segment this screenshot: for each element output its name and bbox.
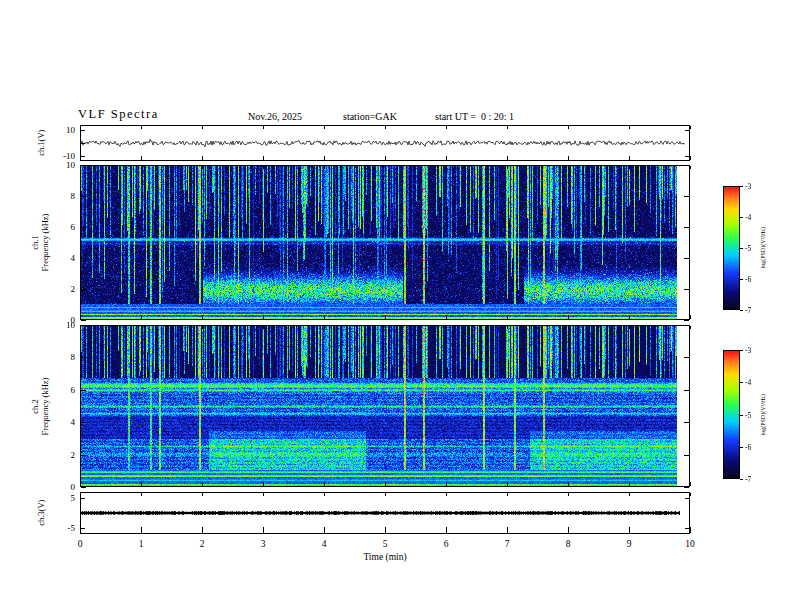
x-tick-mark <box>690 126 691 129</box>
x-tick-mark <box>568 482 569 486</box>
x-tick-mark <box>690 156 691 160</box>
x-tick-mark <box>385 482 386 486</box>
colorbar-tick-mark <box>740 217 743 218</box>
x-tick-mark <box>629 166 630 169</box>
spec1-ytick-label: 2 <box>55 284 75 294</box>
x-tick-mark <box>324 482 325 486</box>
x-tick-mark <box>690 315 691 319</box>
y-tick-mark <box>81 227 86 228</box>
page-title: VLF Spectra <box>78 107 159 122</box>
x-tick-mark <box>690 493 691 496</box>
x-tick-mark <box>80 326 81 329</box>
spec2-ytick-label: 10 <box>55 320 75 330</box>
colorbar-tick-label: -6 <box>745 443 761 452</box>
x-tick-mark <box>202 166 203 169</box>
colorbar-tick-mark <box>740 415 743 416</box>
x-tick-mark <box>629 126 630 129</box>
colorbar-tick-label: -7 <box>745 475 761 484</box>
x-tick-mark <box>80 156 81 160</box>
colorbar-tick-label: -5 <box>745 244 761 253</box>
y-tick-mark <box>81 498 85 499</box>
y-tick-mark <box>684 455 689 456</box>
x-tick-mark <box>507 315 508 319</box>
x-tick-mark <box>202 126 203 129</box>
ch3-wave-axis-label: ch.3(V) <box>34 492 50 534</box>
wave1-ytick-label: 10 <box>55 125 75 135</box>
y-tick-mark <box>684 422 689 423</box>
y-tick-mark <box>81 289 86 290</box>
spec2-frequency-label: Frequency (kHz) <box>40 377 50 435</box>
x-tick-label: 6 <box>435 539 457 550</box>
x-tick-mark <box>690 166 691 169</box>
x-tick-mark <box>629 156 630 160</box>
x-tick-mark <box>385 493 386 496</box>
x-tick-mark <box>141 326 142 329</box>
colorbar-tick-label: -7 <box>745 306 761 315</box>
x-tick-mark <box>446 326 447 329</box>
x-tick-mark <box>446 315 447 319</box>
vlf-spectra-figure: VLF Spectra Nov.26, 2025 station=GAK sta… <box>0 0 792 612</box>
y-tick-mark <box>81 325 86 326</box>
ch3-wave-axis-text: ch.3(V) <box>37 500 47 526</box>
x-tick-label: 0 <box>69 539 91 550</box>
x-tick-mark <box>690 482 691 486</box>
y-tick-mark <box>684 165 689 166</box>
y-tick-mark <box>684 258 689 259</box>
spec1-axis-label: ch.1Frequency (kHz) <box>26 165 56 320</box>
y-tick-mark <box>81 320 86 321</box>
spec1-ytick-label: 8 <box>55 191 75 201</box>
x-tick-mark <box>446 529 447 533</box>
colorbar-1-gradient <box>724 187 739 309</box>
spec1-ytick-label: 4 <box>55 253 75 263</box>
x-tick-mark <box>385 126 386 129</box>
colorbar-tick-label: -4 <box>745 378 761 387</box>
x-tick-mark <box>263 493 264 496</box>
x-tick-label: 3 <box>252 539 274 550</box>
x-tick-mark <box>80 482 81 486</box>
x-tick-mark <box>385 326 386 329</box>
x-tick-mark <box>324 156 325 160</box>
colorbar-tick-mark <box>740 350 743 351</box>
colorbar-tick-label: -3 <box>745 346 761 355</box>
x-tick-mark <box>568 126 569 129</box>
y-tick-mark <box>81 513 85 514</box>
x-tick-mark <box>568 493 569 496</box>
header-station: station=GAK <box>343 111 397 122</box>
y-tick-mark <box>81 143 85 144</box>
x-tick-mark <box>202 326 203 329</box>
spec1-ytick-label: 10 <box>55 160 75 170</box>
x-tick-mark <box>324 529 325 533</box>
x-tick-mark <box>568 326 569 329</box>
x-tick-mark <box>263 315 264 319</box>
x-tick-mark <box>507 156 508 160</box>
colorbar-2-gradient <box>724 351 739 478</box>
colorbar-tick-mark <box>740 479 743 480</box>
x-tick-mark <box>629 493 630 496</box>
y-tick-mark <box>684 390 689 391</box>
x-tick-mark <box>385 529 386 533</box>
y-tick-mark <box>81 165 86 166</box>
x-axis-label: Time (min) <box>340 552 430 562</box>
y-tick-mark <box>81 422 86 423</box>
ch2-spectrogram-panel <box>80 325 690 487</box>
x-tick-mark <box>141 529 142 533</box>
wave1-ytick-label: -10 <box>55 151 75 161</box>
ch3-ytick-label: 5 <box>55 493 75 503</box>
x-tick-mark <box>202 315 203 319</box>
x-tick-mark <box>507 166 508 169</box>
ch1-waveform-plot <box>81 126 689 160</box>
x-tick-mark <box>80 493 81 496</box>
x-tick-mark <box>446 166 447 169</box>
x-tick-mark <box>202 482 203 486</box>
spec2-ytick-label: 0 <box>55 482 75 492</box>
x-tick-mark <box>141 126 142 129</box>
x-tick-mark <box>202 493 203 496</box>
x-tick-label: 8 <box>557 539 579 550</box>
colorbar-tick-mark <box>740 186 743 187</box>
x-tick-mark <box>690 326 691 329</box>
x-tick-mark <box>80 166 81 169</box>
colorbar-tick-label: -6 <box>745 275 761 284</box>
x-tick-mark <box>507 326 508 329</box>
x-tick-mark <box>263 326 264 329</box>
x-tick-mark <box>324 315 325 319</box>
